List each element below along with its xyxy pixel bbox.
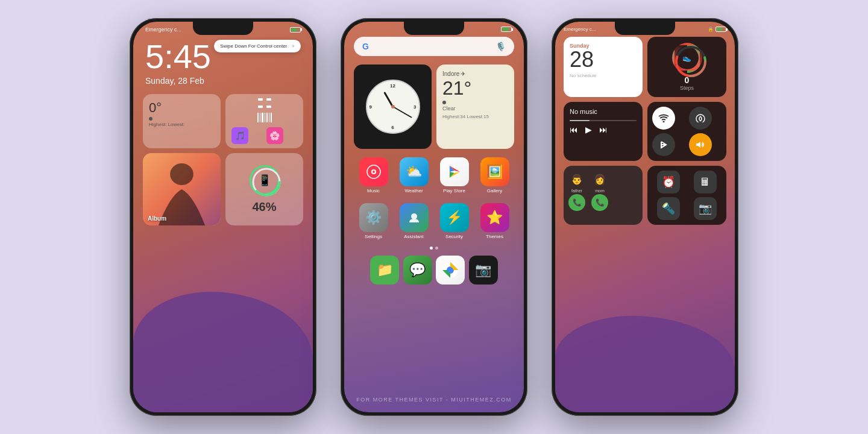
scanner-widget: 🎵 🌸 [225, 94, 303, 148]
next-button[interactable]: ⏭ [599, 125, 608, 134]
mom-avatar: 👩 [591, 171, 608, 187]
calendar-card: Sunday 28 No schedule [564, 37, 643, 97]
battery-status3 [715, 27, 726, 32]
purple-blob3 [555, 316, 735, 412]
svg-rect-4 [257, 113, 259, 122]
prev-button[interactable]: ⏮ [570, 125, 578, 134]
status-icons1 [290, 27, 301, 33]
steps-card: 👟 0 Steps [647, 37, 726, 97]
app-settings[interactable]: ⚙️ Settings [356, 203, 391, 239]
svg-point-25 [663, 121, 665, 123]
weather-minmax: Highest: Lowest: [149, 122, 215, 127]
expand-icon [258, 98, 271, 108]
father-call-btn[interactable]: 📞 [568, 194, 585, 211]
themes-app-label: Themes [486, 234, 503, 239]
gallery-app-icon[interactable]: 🖼️ [480, 157, 509, 186]
music-shortcut-icon[interactable]: 🎵 [231, 127, 248, 144]
play-button[interactable]: ▶ [585, 125, 592, 134]
lock-time: 5:45 [133, 33, 313, 74]
dock: 📁 💬 📷 [344, 252, 524, 288]
playstore-app-label: Play Store [443, 188, 465, 193]
svg-rect-7 [265, 113, 265, 122]
mom-name: mom [595, 189, 605, 193]
app-assistant[interactable]: Assistant [397, 203, 431, 239]
clock-num-12: 12 [390, 83, 395, 89]
phone1-screen: Emergency c... Swipe Down For Control ce… [133, 22, 313, 412]
phone2-screen: G 🎙️ 12 3 6 9 [344, 22, 524, 412]
dock-messages-icon[interactable]: 💬 [403, 256, 432, 285]
utilities-card: ⏰ 🖩 🔦 📷 [647, 166, 726, 225]
settings-app-label: Settings [365, 234, 382, 239]
app-playstore[interactable]: Play Store [437, 157, 471, 193]
control-center-grid: Sunday 28 No schedule [555, 32, 735, 230]
google-logo: G [362, 42, 369, 51]
father-avatar: 👨 [568, 171, 585, 187]
dock-chrome-icon[interactable] [436, 256, 465, 285]
app-shortcut-icons: 🎵 🌸 [231, 127, 297, 144]
battery-fill3 [717, 28, 722, 31]
assistant-app-icon[interactable] [400, 203, 429, 232]
music-controls: ⏮ ▶ ⏭ [570, 125, 637, 134]
svg-rect-2 [258, 105, 263, 108]
dock-camera-icon[interactable]: 📷 [469, 256, 498, 285]
app-grid-row2: ⚙️ Settings Assistant ⚡ Security [344, 198, 524, 244]
weather-app-icon[interactable]: ⛅ [400, 157, 429, 186]
security-app-icon[interactable]: ⚡ [440, 203, 469, 232]
battery-tip2 [512, 28, 513, 31]
weather-condition: Clear [442, 105, 508, 112]
battery-status2 [501, 27, 512, 32]
mic-icon[interactable]: 🎙️ [495, 42, 506, 51]
weather-widget-home: Indore ✈ 21° Clear Highest:34 Lowest:15 [436, 64, 514, 149]
svg-point-16 [373, 171, 375, 173]
notch3 [615, 22, 675, 35]
battery-fill2 [502, 28, 509, 31]
minute-hand [392, 106, 412, 118]
phone3: Emergency c... 🔒 Sunday 28 [552, 18, 738, 416]
volume-toggle[interactable] [689, 133, 712, 156]
weather-dot [149, 117, 153, 121]
signal-toggle[interactable] [689, 107, 712, 130]
battery-widget-lock: 📱 46% [225, 153, 303, 225]
app-security[interactable]: ⚡ Security [437, 203, 471, 239]
app-weather[interactable]: ⛅ Weather [397, 157, 431, 193]
flashlight-btn[interactable]: 🔦 [657, 197, 680, 220]
father-name: father [571, 189, 582, 193]
status-icons2 [501, 27, 512, 32]
clock-widget-home: 12 3 6 9 [354, 64, 432, 149]
app-gallery[interactable]: 🖼️ Gallery [477, 157, 512, 193]
calculator-btn[interactable]: 🖩 [694, 171, 717, 193]
weather-app-label: Weather [404, 188, 423, 193]
app-grid-row1: Music ⛅ Weather [344, 153, 524, 198]
cal-schedule: No schedule [570, 73, 637, 78]
cal-date: 28 [570, 49, 637, 71]
svg-rect-3 [266, 105, 271, 108]
playstore-app-icon[interactable] [440, 157, 469, 186]
contact-father: 👨 father 📞 [568, 171, 585, 211]
themes-app-icon[interactable]: ⭐ [480, 203, 509, 232]
weather-widget-lock: 0° Highest: Lowest: [143, 94, 221, 148]
svg-rect-0 [258, 98, 263, 101]
home-widgets: 12 3 6 9 Indore ✈ [344, 61, 524, 153]
app-themes[interactable]: ⭐ Themes [477, 203, 512, 239]
close-icon[interactable]: × [292, 43, 295, 49]
search-bar[interactable]: G 🎙️ [354, 37, 514, 56]
settings-app-icon[interactable]: ⚙️ [359, 203, 388, 232]
music-app-label: Music [367, 188, 380, 193]
photos-shortcut-icon[interactable]: 🌸 [266, 127, 283, 144]
clock-num-3: 3 [414, 104, 416, 110]
camera-btn[interactable]: 📷 [694, 197, 717, 220]
battery-circle: 📱 [250, 165, 280, 195]
gallery-app-label: Gallery [487, 188, 502, 193]
clock-num-9: 9 [370, 104, 372, 110]
mom-call-btn[interactable]: 📞 [591, 194, 608, 211]
dock-files-icon[interactable]: 📁 [370, 256, 399, 285]
steps-label: Steps [680, 85, 694, 91]
wifi-toggle[interactable] [652, 107, 675, 130]
alarm-btn[interactable]: ⏰ [657, 171, 680, 193]
battery-tip1 [301, 28, 302, 31]
contact-mom: 👩 mom 📞 [591, 171, 608, 211]
app-music[interactable]: Music [356, 157, 391, 193]
music-app-icon[interactable] [359, 157, 388, 186]
bluetooth-toggle[interactable] [652, 133, 675, 156]
security-app-label: Security [445, 234, 463, 239]
